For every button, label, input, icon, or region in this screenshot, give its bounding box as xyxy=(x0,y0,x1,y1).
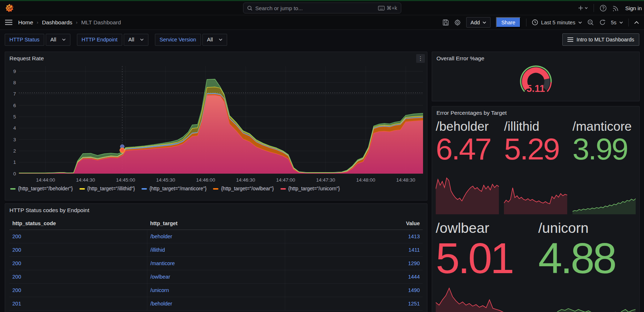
cell-status-code: 200 xyxy=(9,284,147,297)
value-link[interactable]: 1490 xyxy=(408,287,420,293)
gauge: 5.11 xyxy=(432,62,639,97)
table-row: 201/beholder1251 xyxy=(9,297,423,311)
legend-item[interactable]: {http_target="/illithid"} xyxy=(79,186,135,191)
search-input[interactable] xyxy=(255,5,376,11)
breadcrumb-home[interactable]: Home xyxy=(18,19,33,26)
legend-item[interactable]: {http_target="/owlbear"} xyxy=(213,186,274,191)
add-button[interactable]: Add xyxy=(466,17,491,28)
filter-label[interactable]: HTTP Endpoint xyxy=(77,34,122,46)
http-target-link[interactable]: /manticore xyxy=(150,260,175,266)
status-code-link[interactable]: 200 xyxy=(12,260,21,266)
filter-value-dropdown[interactable]: All xyxy=(202,34,227,46)
intro-dashboards-button[interactable]: Intro to MLT Dashboards xyxy=(562,33,639,46)
add-menu-button[interactable] xyxy=(578,5,588,11)
filter-label[interactable]: Service Version xyxy=(155,34,201,46)
col-http-target[interactable]: http_target xyxy=(147,217,285,230)
y-axis-tick: 4 xyxy=(13,125,16,131)
cell-status-code: 200 xyxy=(9,230,147,243)
legend-item[interactable]: {http_target="/unicorn"} xyxy=(280,186,340,191)
cell-value: 1490 xyxy=(285,284,423,297)
stat-unicorn[interactable]: /unicorn4.88 xyxy=(538,219,636,312)
cell-value: 1444 xyxy=(285,270,423,284)
status-code-link[interactable]: 200 xyxy=(12,234,21,239)
table-row: 200/unicorn1490 xyxy=(9,284,423,297)
x-axis-tick: 14:46:00 xyxy=(196,177,215,183)
stat-beholder[interactable]: /beholder6.47 xyxy=(436,119,499,214)
status-codes-table: http_status_code http_target Value 200/b… xyxy=(9,217,423,311)
search-icon xyxy=(247,5,253,11)
legend-item[interactable]: {http_target="/beholder"} xyxy=(10,186,73,191)
http-target-link[interactable]: /illithid xyxy=(150,247,165,253)
cell-value: 1251 xyxy=(285,297,423,311)
breadcrumb-dashboards[interactable]: Dashboards xyxy=(42,19,73,26)
panel-title[interactable]: HTTP Status codes by Endpoint xyxy=(5,204,427,214)
stat-title: /manticore xyxy=(573,119,636,134)
grafana-logo-icon[interactable] xyxy=(5,3,14,13)
hamburger-menu-icon[interactable] xyxy=(5,20,12,25)
refresh-icon[interactable] xyxy=(599,19,606,25)
status-code-link[interactable]: 200 xyxy=(12,247,21,253)
cell-value: 1411 xyxy=(285,243,423,257)
http-target-link[interactable]: /beholder xyxy=(150,301,172,307)
window-top-edge xyxy=(0,0,644,1)
breadcrumb-current: MLT Dashboard xyxy=(81,19,121,26)
y-axis-tick: 2 xyxy=(13,148,16,154)
legend-label: {http_target="/beholder"} xyxy=(18,186,73,191)
status-code-link[interactable]: 201 xyxy=(12,301,21,307)
top-nav: ⌘+k Sign in xyxy=(0,1,644,15)
chevron-down-icon xyxy=(578,21,582,24)
legend-item[interactable]: {http_target="/manticore"} xyxy=(141,186,206,191)
collapse-toolbar-caret-icon[interactable] xyxy=(634,21,639,24)
filter-variable: HTTP EndpointAll xyxy=(77,34,148,46)
panel-title[interactable]: Request Rate xyxy=(5,52,427,62)
help-icon[interactable] xyxy=(600,5,607,12)
share-button[interactable]: Share xyxy=(496,17,521,28)
filter-value-dropdown[interactable]: All xyxy=(46,34,70,46)
status-code-link[interactable]: 200 xyxy=(12,274,21,280)
refresh-interval-dropdown[interactable]: 5s xyxy=(611,20,623,25)
search-bar[interactable]: ⌘+k xyxy=(243,3,401,13)
panel-title[interactable]: Overall Error %age xyxy=(432,52,639,62)
keyboard-icon xyxy=(378,6,385,11)
news-rss-icon[interactable] xyxy=(612,5,619,12)
x-axis-tick: 14:45:30 xyxy=(156,177,175,183)
cell-status-code: 200 xyxy=(9,243,147,257)
toolbar-divider xyxy=(526,19,526,27)
http-status-table-panel: HTTP Status codes by Endpoint http_statu… xyxy=(5,203,427,312)
status-code-link[interactable]: 200 xyxy=(12,287,21,293)
http-target-link[interactable]: /unicorn xyxy=(150,287,169,293)
stat-illithid[interactable]: /illithid5.29 xyxy=(504,119,567,214)
filter-label[interactable]: HTTP Status xyxy=(5,34,44,46)
x-axis-tick: 14:45:00 xyxy=(116,177,135,183)
col-value[interactable]: Value xyxy=(285,217,423,230)
value-link[interactable]: 1251 xyxy=(408,301,420,307)
filter-variable: HTTP StatusAll xyxy=(5,34,70,46)
y-axis-tick: 5 xyxy=(13,114,16,119)
http-target-link[interactable]: /owlbear xyxy=(150,274,170,280)
legend-label: {http_target="/unicorn"} xyxy=(288,186,340,191)
panel-title[interactable]: Error Percentages by Target xyxy=(432,106,639,117)
time-range-picker[interactable]: Last 5 minutes xyxy=(532,19,582,25)
zoom-out-icon[interactable] xyxy=(587,19,594,26)
value-link[interactable]: 1290 xyxy=(408,260,420,266)
request-rate-chart[interactable]: 012345678914:44:0014:44:3014:45:0014:45:… xyxy=(8,63,424,185)
x-axis-tick: 14:47:30 xyxy=(316,177,335,183)
nav-divider xyxy=(594,4,594,12)
sparkline xyxy=(573,188,636,214)
value-link[interactable]: 1444 xyxy=(408,274,420,280)
dashboard-settings-gear-icon[interactable] xyxy=(454,19,461,26)
sign-in-button[interactable]: Sign in xyxy=(625,5,642,11)
value-link[interactable]: 1413 xyxy=(408,234,420,239)
filter-value-dropdown[interactable]: All xyxy=(124,34,148,46)
annotation-marker-orange[interactable] xyxy=(120,148,125,153)
stat-manticore[interactable]: /manticore3.99 xyxy=(573,119,636,214)
col-http-status-code[interactable]: http_status_code xyxy=(9,217,147,230)
value-link[interactable]: 1411 xyxy=(409,247,420,253)
http-target-link[interactable]: /beholder xyxy=(150,234,172,239)
table-row: 200/manticore1290 xyxy=(9,257,423,270)
panel-menu-kebab-icon[interactable]: ⋮ xyxy=(416,54,425,63)
save-dashboard-button[interactable] xyxy=(443,19,449,25)
stat-owlbear[interactable]: /owlbear5.01 xyxy=(436,219,533,312)
filter-variable: Service VersionAll xyxy=(155,34,227,46)
y-axis-tick: 3 xyxy=(13,137,16,142)
